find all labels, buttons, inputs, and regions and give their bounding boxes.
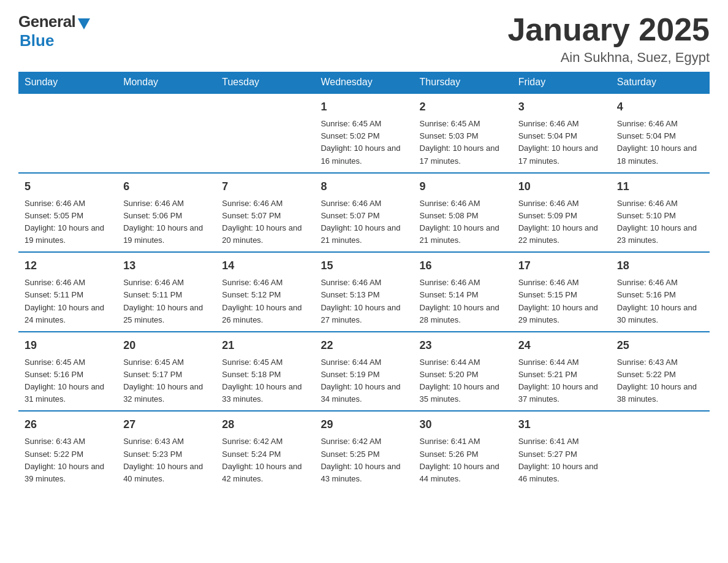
day-number: 28 [222, 416, 308, 433]
calendar-table: SundayMondayTuesdayWednesdayThursdayFrid… [18, 72, 710, 490]
day-info: Sunrise: 6:46 AM Sunset: 5:06 PM Dayligh… [123, 197, 210, 247]
calendar-cell: 29Sunrise: 6:42 AM Sunset: 5:25 PM Dayli… [314, 411, 413, 490]
day-info: Sunrise: 6:43 AM Sunset: 5:23 PM Dayligh… [123, 435, 210, 485]
day-number: 20 [123, 337, 210, 354]
day-number: 8 [320, 178, 407, 195]
calendar-cell: 31Sunrise: 6:41 AM Sunset: 5:27 PM Dayli… [512, 411, 611, 490]
logo: General Blue [18, 12, 90, 50]
calendar-cell: 11Sunrise: 6:46 AM Sunset: 5:10 PM Dayli… [611, 173, 710, 253]
logo-general-text: General [18, 12, 75, 31]
day-info: Sunrise: 6:43 AM Sunset: 5:22 PM Dayligh… [25, 435, 111, 485]
calendar-cell: 22Sunrise: 6:44 AM Sunset: 5:19 PM Dayli… [314, 332, 413, 412]
week-row-2: 5Sunrise: 6:46 AM Sunset: 5:05 PM Daylig… [18, 173, 710, 253]
day-info: Sunrise: 6:46 AM Sunset: 5:11 PM Dayligh… [25, 277, 111, 326]
day-info: Sunrise: 6:46 AM Sunset: 5:07 PM Dayligh… [320, 197, 407, 247]
calendar-cell: 16Sunrise: 6:46 AM Sunset: 5:14 PM Dayli… [414, 252, 512, 332]
calendar-cell: 9Sunrise: 6:46 AM Sunset: 5:08 PM Daylig… [414, 173, 512, 253]
month-title: January 2025 [507, 12, 710, 47]
weekday-header-thursday: Thursday [414, 72, 512, 93]
calendar-cell: 5Sunrise: 6:46 AM Sunset: 5:05 PM Daylig… [18, 173, 117, 253]
day-info: Sunrise: 6:43 AM Sunset: 5:22 PM Dayligh… [617, 356, 703, 406]
calendar-cell [611, 411, 710, 490]
calendar-cell: 27Sunrise: 6:43 AM Sunset: 5:23 PM Dayli… [117, 411, 216, 490]
day-number: 31 [518, 416, 605, 433]
weekday-header-tuesday: Tuesday [216, 72, 314, 93]
logo-blue-text: Blue [20, 31, 54, 50]
day-info: Sunrise: 6:41 AM Sunset: 5:27 PM Dayligh… [518, 435, 605, 485]
day-info: Sunrise: 6:45 AM Sunset: 5:16 PM Dayligh… [25, 356, 111, 406]
day-info: Sunrise: 6:46 AM Sunset: 5:12 PM Dayligh… [222, 277, 308, 326]
calendar-cell: 12Sunrise: 6:46 AM Sunset: 5:11 PM Dayli… [18, 252, 117, 332]
day-info: Sunrise: 6:46 AM Sunset: 5:14 PM Dayligh… [420, 277, 506, 326]
week-row-1: 1Sunrise: 6:45 AM Sunset: 5:02 PM Daylig… [18, 93, 710, 173]
calendar-cell: 26Sunrise: 6:43 AM Sunset: 5:22 PM Dayli… [18, 411, 117, 490]
day-number: 16 [420, 258, 506, 274]
calendar-cell [117, 93, 216, 173]
logo-triangle-icon [78, 18, 90, 29]
day-number: 5 [25, 178, 111, 195]
weekday-header-sunday: Sunday [18, 72, 117, 93]
calendar-cell: 14Sunrise: 6:46 AM Sunset: 5:12 PM Dayli… [216, 252, 314, 332]
day-info: Sunrise: 6:46 AM Sunset: 5:16 PM Dayligh… [617, 277, 703, 326]
day-info: Sunrise: 6:46 AM Sunset: 5:08 PM Dayligh… [420, 197, 506, 247]
calendar-cell: 6Sunrise: 6:46 AM Sunset: 5:06 PM Daylig… [117, 173, 216, 253]
calendar-cell: 25Sunrise: 6:43 AM Sunset: 5:22 PM Dayli… [611, 332, 710, 412]
day-info: Sunrise: 6:46 AM Sunset: 5:04 PM Dayligh… [617, 118, 703, 167]
day-number: 6 [123, 178, 210, 195]
calendar-cell [216, 93, 314, 173]
day-info: Sunrise: 6:46 AM Sunset: 5:13 PM Dayligh… [320, 277, 407, 326]
calendar-cell: 3Sunrise: 6:46 AM Sunset: 5:04 PM Daylig… [512, 93, 611, 173]
header: General Blue January 2025 Ain Sukhna, Su… [18, 12, 710, 66]
week-row-3: 12Sunrise: 6:46 AM Sunset: 5:11 PM Dayli… [18, 252, 710, 332]
calendar-cell: 4Sunrise: 6:46 AM Sunset: 5:04 PM Daylig… [611, 93, 710, 173]
calendar-cell: 7Sunrise: 6:46 AM Sunset: 5:07 PM Daylig… [216, 173, 314, 253]
weekday-header-row: SundayMondayTuesdayWednesdayThursdayFrid… [18, 72, 710, 93]
day-info: Sunrise: 6:44 AM Sunset: 5:20 PM Dayligh… [420, 356, 506, 406]
week-row-4: 19Sunrise: 6:45 AM Sunset: 5:16 PM Dayli… [18, 332, 710, 412]
day-number: 13 [123, 258, 210, 274]
calendar-cell: 18Sunrise: 6:46 AM Sunset: 5:16 PM Dayli… [611, 252, 710, 332]
weekday-header-monday: Monday [117, 72, 216, 93]
day-number: 18 [617, 258, 703, 274]
day-number: 2 [420, 99, 506, 115]
day-info: Sunrise: 6:46 AM Sunset: 5:10 PM Dayligh… [617, 197, 703, 247]
day-info: Sunrise: 6:45 AM Sunset: 5:03 PM Dayligh… [420, 118, 506, 167]
day-number: 30 [420, 416, 506, 433]
day-number: 9 [420, 178, 506, 195]
day-number: 17 [518, 258, 605, 274]
day-number: 12 [25, 258, 111, 274]
calendar-cell: 23Sunrise: 6:44 AM Sunset: 5:20 PM Dayli… [414, 332, 512, 412]
calendar-cell: 19Sunrise: 6:45 AM Sunset: 5:16 PM Dayli… [18, 332, 117, 412]
day-number: 14 [222, 258, 308, 274]
day-info: Sunrise: 6:46 AM Sunset: 5:15 PM Dayligh… [518, 277, 605, 326]
day-info: Sunrise: 6:45 AM Sunset: 5:17 PM Dayligh… [123, 356, 210, 406]
weekday-header-saturday: Saturday [611, 72, 710, 93]
day-info: Sunrise: 6:46 AM Sunset: 5:07 PM Dayligh… [222, 197, 308, 247]
day-info: Sunrise: 6:45 AM Sunset: 5:02 PM Dayligh… [320, 118, 407, 167]
day-number: 24 [518, 337, 605, 354]
day-number: 10 [518, 178, 605, 195]
day-number: 3 [518, 99, 605, 115]
day-number: 29 [320, 416, 407, 433]
calendar-cell: 10Sunrise: 6:46 AM Sunset: 5:09 PM Dayli… [512, 173, 611, 253]
calendar-cell: 17Sunrise: 6:46 AM Sunset: 5:15 PM Dayli… [512, 252, 611, 332]
calendar-cell: 28Sunrise: 6:42 AM Sunset: 5:24 PM Dayli… [216, 411, 314, 490]
day-number: 1 [320, 99, 407, 115]
day-number: 25 [617, 337, 703, 354]
calendar-cell: 30Sunrise: 6:41 AM Sunset: 5:26 PM Dayli… [414, 411, 512, 490]
day-info: Sunrise: 6:44 AM Sunset: 5:19 PM Dayligh… [320, 356, 407, 406]
day-info: Sunrise: 6:42 AM Sunset: 5:24 PM Dayligh… [222, 435, 308, 485]
day-number: 7 [222, 178, 308, 195]
day-info: Sunrise: 6:42 AM Sunset: 5:25 PM Dayligh… [320, 435, 407, 485]
location-title: Ain Sukhna, Suez, Egypt [507, 50, 710, 66]
weekday-header-friday: Friday [512, 72, 611, 93]
calendar-cell: 24Sunrise: 6:44 AM Sunset: 5:21 PM Dayli… [512, 332, 611, 412]
day-info: Sunrise: 6:46 AM Sunset: 5:05 PM Dayligh… [25, 197, 111, 247]
day-info: Sunrise: 6:44 AM Sunset: 5:21 PM Dayligh… [518, 356, 605, 406]
day-info: Sunrise: 6:41 AM Sunset: 5:26 PM Dayligh… [420, 435, 506, 485]
day-number: 19 [25, 337, 111, 354]
calendar-cell: 21Sunrise: 6:45 AM Sunset: 5:18 PM Dayli… [216, 332, 314, 412]
title-area: January 2025 Ain Sukhna, Suez, Egypt [507, 12, 710, 66]
day-number: 15 [320, 258, 407, 274]
day-number: 26 [25, 416, 111, 433]
